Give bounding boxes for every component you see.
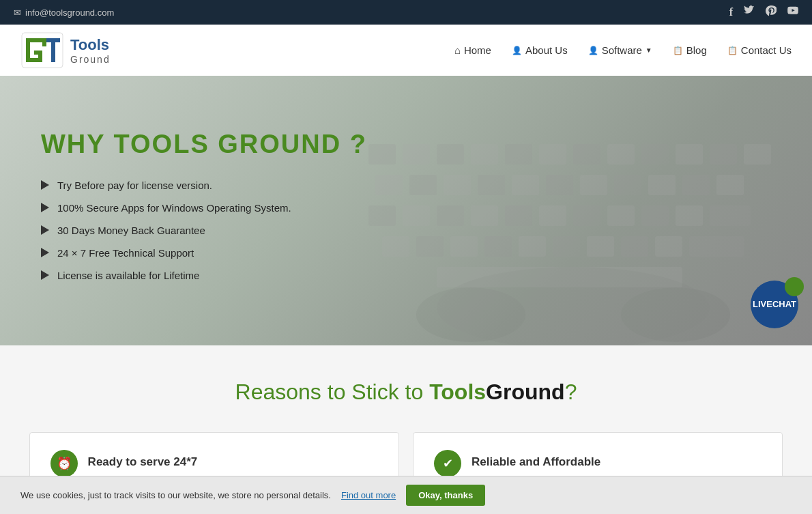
svg-rect-24 — [682, 175, 710, 195]
svg-rect-43 — [587, 236, 614, 257]
logo[interactable]: Tools Ground — [20, 31, 111, 69]
email-address: info@toolsground.com — [25, 8, 114, 18]
svg-rect-25 — [716, 175, 744, 195]
svg-rect-11 — [641, 144, 669, 165]
email-icon: ✉ — [14, 8, 21, 18]
svg-point-50 — [621, 287, 730, 342]
cookie-accept-button[interactable]: Okay, thanks — [406, 485, 485, 506]
svg-rect-39 — [450, 236, 478, 257]
hero-feature-2: 100% Secure Apps for Windows Operating S… — [41, 202, 367, 214]
reason-text-2: Reliable and Affordable — [472, 450, 600, 469]
svg-rect-2 — [51, 42, 55, 62]
reason-icon-2: ✔ — [434, 450, 461, 477]
nav-home[interactable]: ⌂ Home — [454, 44, 491, 56]
logo-tools: Tools — [70, 36, 111, 54]
live-chat-container[interactable]: LIVE CHAT — [751, 281, 798, 328]
header: Tools Ground ⌂ Home 👤 About Us 👤 Softwar… — [0, 25, 812, 76]
svg-rect-6 — [471, 144, 498, 165]
bullet-icon-3 — [41, 225, 49, 235]
user-icon-software: 👤 — [588, 46, 598, 55]
hero-title: WHY TOOLS GROUND ? — [41, 130, 367, 159]
svg-rect-42 — [553, 236, 580, 257]
email-display: ✉ info@toolsground.com — [14, 8, 114, 18]
blog-icon: 📋 — [673, 46, 683, 55]
svg-rect-1 — [46, 38, 60, 42]
logo-ground: Ground — [70, 54, 111, 65]
svg-rect-16 — [409, 175, 437, 195]
brand-tools: Tools — [429, 380, 486, 404]
reasons-title: Reasons to Stick to ToolsGround? — [20, 380, 792, 405]
svg-rect-28 — [437, 205, 464, 226]
bullet-icon-2 — [41, 203, 49, 212]
svg-rect-34 — [641, 205, 669, 226]
hero-feature-4: 24 × 7 Free Technical Support — [41, 247, 367, 259]
svg-rect-38 — [416, 236, 444, 257]
nav-software[interactable]: 👤 Software ▼ — [588, 44, 652, 56]
svg-rect-18 — [478, 175, 505, 195]
logo-text: Tools Ground — [70, 36, 111, 65]
find-more-link[interactable]: Find out more — [341, 490, 396, 500]
svg-rect-8 — [539, 144, 566, 165]
bullet-icon-5 — [41, 270, 49, 280]
svg-rect-22 — [614, 175, 641, 195]
svg-rect-12 — [676, 144, 703, 165]
svg-rect-45 — [655, 236, 682, 257]
svg-rect-9 — [573, 144, 600, 165]
social-icons-group: f — [729, 5, 798, 19]
hero-feature-1: Try Before pay for license version. — [41, 180, 367, 191]
live-chat-indicator — [785, 277, 804, 296]
svg-rect-17 — [444, 175, 471, 195]
svg-rect-32 — [573, 205, 600, 226]
cookie-bar: We use cookies, just to track visits to … — [0, 476, 812, 514]
user-icon-about: 👤 — [512, 46, 522, 55]
svg-rect-7 — [505, 144, 532, 165]
svg-rect-36 — [710, 205, 751, 226]
svg-rect-35 — [676, 205, 703, 226]
facebook-icon[interactable]: f — [729, 6, 733, 18]
svg-point-49 — [416, 287, 525, 342]
hero-features-list: Try Before pay for license version. 100%… — [41, 180, 367, 281]
home-icon: ⌂ — [454, 44, 461, 56]
hero-section: WHY TOOLS GROUND ? Try Before pay for li… — [0, 76, 812, 345]
svg-rect-33 — [607, 205, 635, 226]
hero-feature-5: License is available for Lifetime — [41, 270, 367, 281]
svg-rect-44 — [621, 236, 648, 257]
nav-contact[interactable]: 📋 Contact Us — [727, 44, 792, 56]
svg-rect-23 — [648, 175, 676, 195]
bullet-icon-1 — [41, 180, 49, 190]
youtube-icon[interactable] — [787, 5, 798, 19]
svg-rect-10 — [607, 144, 635, 165]
svg-rect-5 — [437, 144, 464, 165]
svg-rect-31 — [539, 205, 566, 226]
pinterest-icon[interactable] — [766, 5, 777, 19]
dropdown-arrow-software: ▼ — [646, 46, 652, 54]
svg-rect-21 — [580, 175, 607, 195]
nav-about[interactable]: 👤 About Us — [512, 44, 568, 56]
brand-ground: Ground — [486, 380, 565, 404]
svg-rect-30 — [505, 205, 532, 226]
reason-icon-1: ⏰ — [50, 450, 78, 477]
svg-rect-13 — [710, 144, 737, 165]
hero-feature-3: 30 Days Money Back Guarantee — [41, 225, 367, 236]
main-nav: ⌂ Home 👤 About Us 👤 Software ▼ 📋 Blog 📋 … — [454, 44, 792, 56]
svg-rect-19 — [512, 175, 539, 195]
svg-rect-20 — [546, 175, 573, 195]
svg-rect-46 — [689, 236, 744, 257]
top-bar: ✉ info@toolsground.com f — [0, 0, 812, 25]
contact-icon: 📋 — [727, 46, 738, 55]
svg-rect-41 — [519, 236, 546, 257]
svg-rect-40 — [484, 236, 512, 257]
hero-content: WHY TOOLS GROUND ? Try Before pay for li… — [0, 102, 408, 319]
bullet-icon-4 — [41, 248, 49, 257]
cookie-message: We use cookies, just to track visits to … — [20, 490, 331, 500]
live-chat-widget[interactable]: LIVE CHAT — [751, 281, 798, 328]
svg-rect-29 — [471, 205, 498, 226]
twitter-icon[interactable] — [744, 5, 755, 19]
svg-rect-14 — [744, 144, 771, 165]
nav-blog[interactable]: 📋 Blog — [673, 44, 707, 56]
reason-text-1: Ready to serve 24*7 — [88, 450, 198, 469]
